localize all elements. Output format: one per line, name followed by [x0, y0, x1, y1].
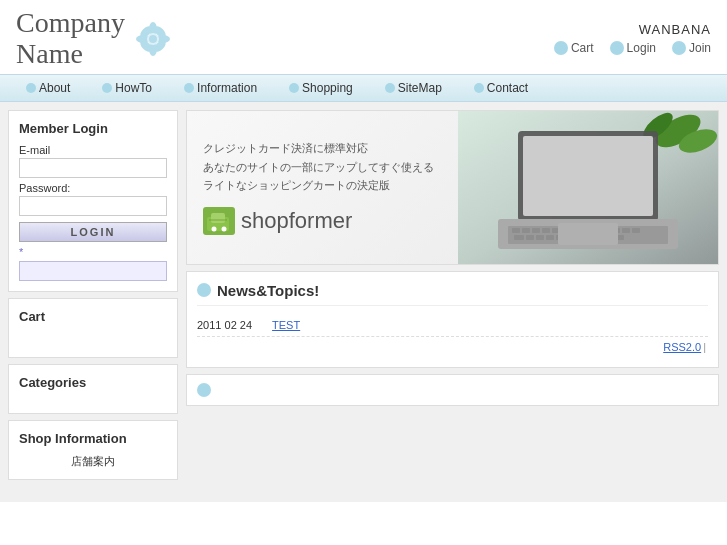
member-login-title: Member Login [19, 121, 167, 136]
login-dot-icon [610, 41, 624, 55]
svg-rect-38 [536, 235, 544, 240]
shop-info-section: Shop Information 店舗案内 [8, 420, 178, 480]
svg-rect-35 [632, 228, 640, 233]
cart-link[interactable]: Cart [554, 41, 594, 55]
nav-information[interactable]: Information [168, 81, 273, 95]
bottom-dot-icon [197, 383, 211, 397]
svg-point-13 [222, 227, 227, 232]
shop-info-title: Shop Information [19, 431, 167, 446]
content-footer: RSS2.0 | [197, 337, 708, 357]
banner-text: クレジットカード決済に標準対応 あなたのサイトの一部にアップしてすぐ使える ライ… [203, 139, 442, 195]
main-nav: About HowTo Information Shopping SiteMap… [0, 74, 727, 102]
nav-dot-icon [474, 83, 484, 93]
header: Company Name WANBANA Cart [0, 0, 727, 74]
sidebar: Member Login E-mail Password: LOGIN * Ca… [8, 110, 178, 494]
svg-rect-26 [542, 228, 550, 233]
password-label: Password: [19, 182, 167, 194]
logo-area: Company Name [16, 8, 173, 70]
news-item: 2011 02 24 TEST [197, 314, 708, 337]
svg-rect-47 [558, 223, 618, 245]
svg-rect-36 [514, 235, 524, 240]
nav-sitemap[interactable]: SiteMap [369, 81, 458, 95]
captcha-asterisk: * [19, 246, 167, 258]
brand-name: WANBANA [554, 22, 711, 37]
news-date: 2011 02 24 [197, 319, 252, 331]
svg-rect-24 [522, 228, 530, 233]
pipe-separator: | [703, 341, 706, 353]
join-link[interactable]: Join [672, 41, 711, 55]
nav-dot-icon [289, 83, 299, 93]
svg-rect-23 [512, 228, 520, 233]
shop-info-subtitle: 店舗案内 [19, 454, 167, 469]
nav-contact[interactable]: Contact [458, 81, 544, 95]
nav-dot-icon [26, 83, 36, 93]
password-input[interactable] [19, 196, 167, 216]
news-dot-icon [197, 283, 211, 297]
logo-flower-icon [133, 19, 173, 59]
logo-text: Company Name [16, 8, 125, 70]
svg-rect-14 [209, 219, 227, 221]
svg-rect-34 [622, 228, 630, 233]
bottom-dot-area [186, 374, 719, 406]
cart-title: Cart [19, 309, 167, 324]
login-link[interactable]: Login [610, 41, 656, 55]
header-right: WANBANA Cart Login Join [554, 22, 711, 55]
svg-rect-37 [526, 235, 534, 240]
banner-text-area: クレジットカード決済に標準対応 あなたのサイトの一部にアップしてすぐ使える ライ… [187, 111, 458, 264]
nav-dot-icon [385, 83, 395, 93]
banner: クレジットカード決済に標準対応 あなたのサイトの一部にアップしてすぐ使える ライ… [186, 110, 719, 265]
header-links: Cart Login Join [554, 41, 711, 55]
nav-dot-icon [102, 83, 112, 93]
shopformer-brand: shopformer [203, 207, 442, 235]
categories-section: Categories [8, 364, 178, 414]
shopformer-text: shopformer [241, 208, 352, 234]
svg-rect-25 [532, 228, 540, 233]
news-header: News&Topics! [197, 282, 708, 306]
cart-dot-icon [554, 41, 568, 55]
banner-laptop-image [458, 111, 718, 264]
member-login-section: Member Login E-mail Password: LOGIN * [8, 110, 178, 292]
join-label: Join [689, 41, 711, 55]
cart-section: Cart [8, 298, 178, 358]
nav-howto[interactable]: HowTo [86, 81, 168, 95]
news-section: News&Topics! 2011 02 24 TEST RSS2.0 | [186, 271, 719, 368]
news-title: News&Topics! [217, 282, 319, 299]
shopformer-icon [203, 207, 235, 235]
main-content: Member Login E-mail Password: LOGIN * Ca… [0, 102, 727, 502]
content-area: クレジットカード決済に標準対応 あなたのサイトの一部にアップしてすぐ使える ライ… [186, 110, 719, 494]
cart-label: Cart [571, 41, 594, 55]
svg-rect-11 [211, 213, 225, 223]
login-label: Login [627, 41, 656, 55]
svg-point-9 [149, 35, 157, 43]
login-button[interactable]: LOGIN [19, 222, 167, 242]
email-label: E-mail [19, 144, 167, 156]
email-input[interactable] [19, 158, 167, 178]
svg-rect-20 [523, 136, 653, 216]
rss-link[interactable]: RSS2.0 [663, 341, 701, 353]
svg-rect-39 [546, 235, 554, 240]
nav-about[interactable]: About [10, 81, 86, 95]
join-dot-icon [672, 41, 686, 55]
svg-point-12 [212, 227, 217, 232]
nav-dot-icon [184, 83, 194, 93]
categories-title: Categories [19, 375, 167, 390]
news-link[interactable]: TEST [272, 319, 300, 331]
nav-shopping[interactable]: Shopping [273, 81, 369, 95]
captcha-input[interactable] [19, 261, 167, 281]
